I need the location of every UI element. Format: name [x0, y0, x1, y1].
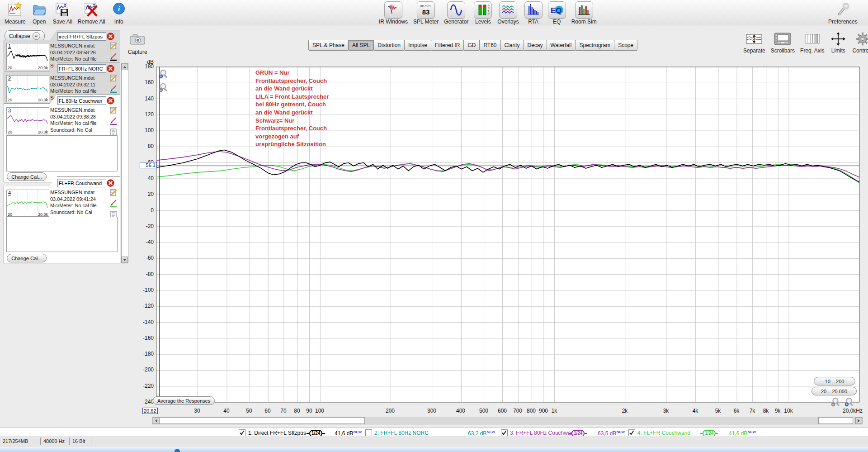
- x-axis-tick-label: 3k: [663, 408, 669, 414]
- legend-trace-label[interactable]: 4: FL+FR Couchwand: [637, 430, 690, 436]
- thumb-axis-max: 20,0k: [38, 98, 48, 102]
- average-responses-button[interactable]: Average the Responses: [153, 396, 215, 405]
- remove-measurement-icon[interactable]: [107, 65, 114, 72]
- zoom-out-icon[interactable]: −: [159, 82, 170, 93]
- scroll-left-icon[interactable]: [153, 417, 160, 424]
- wrench-icon: [834, 1, 852, 18]
- scrollbars-icon: [774, 30, 792, 47]
- scroll-down-icon[interactable]: [122, 257, 128, 263]
- edit-notes-icon[interactable]: [109, 42, 118, 50]
- measurement-thumbnail[interactable]: 42020,0k: [6, 190, 49, 217]
- edit-notes-icon[interactable]: [109, 74, 118, 82]
- toolbar-button-levels[interactable]: 0369Levels: [471, 1, 495, 25]
- y-axis-tick-label: -60: [137, 255, 154, 261]
- legend-trace-label[interactable]: 3: FR+FL 80Hz Couchwan: [510, 430, 574, 436]
- y-axis-tick-label: -120: [137, 303, 154, 309]
- toolbar-button-measure[interactable]: Measure: [2, 1, 28, 25]
- graph-tool-scrollbars[interactable]: Scrollbars: [768, 30, 797, 54]
- tab-filtered-ir[interactable]: Filtered IR: [431, 40, 464, 51]
- toolbar-label: Measure: [5, 19, 26, 25]
- measurement-name-input[interactable]: [57, 32, 106, 41]
- toolbar-button-info[interactable]: iInfo: [108, 1, 130, 25]
- trace-color-pencil-icon[interactable]: [109, 117, 118, 125]
- svg-text:+: +: [846, 402, 848, 407]
- x-axis-tick-label: 10k: [784, 408, 793, 414]
- spl-meter-icon: dB SPL 83: [417, 1, 435, 18]
- legend-visibility-checkbox[interactable]: [628, 429, 635, 436]
- scrollbar-thumb[interactable]: [159, 417, 365, 424]
- svg-text:EQ: EQ: [551, 6, 562, 15]
- toolbar-button-ir-windows[interactable]: IR Windows: [376, 1, 410, 25]
- trace-color-pencil-icon[interactable]: [109, 200, 118, 208]
- tab-impulse[interactable]: Impulse: [404, 40, 431, 51]
- sidebar-scrollbar[interactable]: [121, 63, 128, 263]
- legend-visibility-checkbox[interactable]: [365, 429, 372, 436]
- measurement-name-input[interactable]: [57, 64, 106, 73]
- toolbar-button-rta[interactable]: RTA: [522, 1, 545, 25]
- trace-color-pencil-icon[interactable]: [109, 53, 118, 61]
- legend-trace-label[interactable]: 2: FR+FL 80Hz NORC: [374, 430, 429, 436]
- cursor-db-readout: 56,1: [140, 162, 157, 168]
- tab-all-spl[interactable]: All SPL: [348, 40, 374, 51]
- zoom-in-icon[interactable]: +: [844, 397, 855, 408]
- tab-spl-phase[interactable]: SPL & Phase: [308, 40, 349, 51]
- measurement-card-4[interactable]: 42020,0kMESSUNGEN.mdat03.04.2022 09:41:2…: [4, 176, 120, 263]
- tab-decay[interactable]: Decay: [524, 40, 547, 51]
- graph-tool-freq-axis[interactable]: Freq. Axis: [797, 30, 827, 54]
- change-cal-button[interactable]: Change Cal...: [7, 172, 47, 181]
- tab-gd[interactable]: GD: [463, 40, 480, 51]
- tab-distortion[interactable]: Distortion: [373, 40, 405, 51]
- room-sim-icon-frame: [575, 1, 593, 19]
- edit-notes-icon[interactable]: [109, 189, 118, 197]
- y-axis-tick-label: 0: [137, 207, 154, 214]
- measurement-name-input[interactable]: [57, 179, 106, 187]
- graph-tool-separate[interactable]: Separate: [741, 30, 768, 54]
- legend-visibility-checkbox[interactable]: [239, 429, 245, 436]
- legend-trace-label[interactable]: 1: Direct FR+FL SItzpos: [248, 430, 306, 436]
- scroll-up-icon[interactable]: [122, 64, 128, 70]
- tab-rt60[interactable]: RT60: [479, 40, 500, 51]
- taskbar-app-icon[interactable]: [175, 449, 180, 452]
- zoom-in-icon[interactable]: +: [159, 69, 170, 80]
- toolbar-button-remove-all[interactable]: Remove All: [75, 1, 108, 25]
- measurement-thumbnail[interactable]: 12020,0k: [6, 43, 49, 70]
- tab-spectrogram[interactable]: Spectrogram: [575, 40, 614, 51]
- tab-waterfall[interactable]: Waterfall: [547, 40, 576, 51]
- measurement-thumbnail[interactable]: 32020,0k: [6, 107, 49, 134]
- scrollbar-thumb[interactable]: [818, 417, 853, 424]
- freq-range-20-20000-button[interactable]: 20 .. 20.000: [811, 387, 857, 395]
- capture-button[interactable]: Capture: [128, 32, 147, 55]
- graph-tool-limits[interactable]: Limits: [827, 30, 849, 54]
- remove-measurement-icon[interactable]: [107, 97, 114, 105]
- toolbar-button-spl-meter[interactable]: dB SPL 83SPL Meter: [410, 1, 441, 25]
- y-axis-tick-label: -40: [137, 239, 154, 245]
- trace-color-pencil-icon[interactable]: [109, 85, 118, 93]
- toolbar-button-save-all[interactable]: Save All: [50, 1, 75, 25]
- y-axis-tick-label: 140: [137, 95, 154, 102]
- tab-clarity[interactable]: Clarity: [500, 40, 524, 51]
- graph-tool-controls[interactable]: Controls: [849, 30, 868, 54]
- measurement-name-input[interactable]: [57, 96, 106, 105]
- scroll-right-icon[interactable]: [855, 417, 862, 424]
- toolbar-button-generator[interactable]: Generator: [441, 1, 471, 25]
- chart-horizontal-scrollbar[interactable]: [152, 417, 863, 424]
- toolbar-button-overlays[interactable]: Overlays: [495, 1, 521, 25]
- toolbar-button-preferences[interactable]: Preferences: [826, 1, 860, 25]
- zoom-out-icon[interactable]: −: [831, 397, 842, 408]
- toolbar-button-eq[interactable]: EQEQ: [545, 1, 569, 25]
- legend-visibility-checkbox[interactable]: [501, 429, 508, 436]
- remove-measurement-icon[interactable]: [107, 179, 114, 187]
- tab-scope[interactable]: Scope: [614, 40, 637, 51]
- toolbar-button-room-sim[interactable]: Room Sim: [569, 1, 599, 25]
- measurement-notes-area[interactable]: [6, 217, 118, 252]
- measurement-thumbnail[interactable]: 22020,0k: [6, 75, 49, 102]
- freq-range-10-200-button[interactable]: 10 .. 200: [814, 377, 855, 385]
- measurement-card-3[interactable]: 32020,0kMESSUNGEN.mdat03.04.2022 09:38:2…: [4, 94, 120, 182]
- taskbar-sliver: [0, 447, 868, 452]
- remove-measurement-icon[interactable]: [107, 33, 114, 40]
- thumb-axis-min: 20: [8, 212, 12, 217]
- toolbar-button-open[interactable]: Open: [28, 1, 50, 25]
- edit-notes-icon[interactable]: [109, 106, 118, 114]
- change-cal-button[interactable]: Change Cal...: [7, 254, 47, 262]
- measurement-notes-area[interactable]: [6, 135, 118, 171]
